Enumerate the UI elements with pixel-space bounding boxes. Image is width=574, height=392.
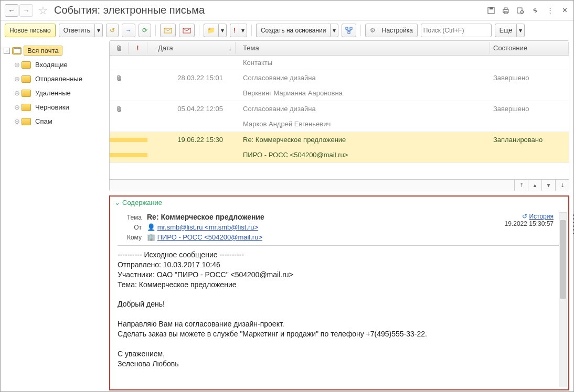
- history-icon: ↺: [522, 213, 527, 220]
- col-date[interactable]: Дата↓: [147, 42, 236, 54]
- table-row[interactable]: 28.03.22 15:01Согласование дизайнаЗаверш…: [110, 70, 569, 101]
- table-row[interactable]: 19.06.22 15:30Re: Коммерческое предложен…: [110, 132, 569, 163]
- reply-all-button[interactable]: ↺: [106, 24, 119, 37]
- search-input-wrap[interactable]: ×: [421, 24, 492, 37]
- preview-to[interactable]: ПИРО - РОСС <504200@mail.ru>: [157, 233, 262, 241]
- org-icon: 🏢: [147, 233, 155, 241]
- col-flag[interactable]: !: [129, 42, 147, 54]
- tree-item-deleted[interactable]: ⊕Удаленные: [13, 86, 107, 100]
- search-input[interactable]: [423, 27, 502, 34]
- forward-button[interactable]: →: [19, 4, 33, 17]
- contact-cell: ПИРО - РОСС <504200@mail.ru>: [236, 149, 490, 161]
- subject-cell: Согласование дизайна: [236, 72, 490, 84]
- preview-body: ---------- Исходное сообщение ----------…: [118, 250, 550, 369]
- preview-section-label: Содержание: [122, 199, 162, 206]
- collapse-icon[interactable]: −: [4, 48, 10, 54]
- tree-label: Черновики: [33, 102, 71, 112]
- state-cell: Завершено: [490, 103, 569, 115]
- create-based-button[interactable]: Создать на основании: [256, 24, 331, 37]
- tree-item-drafts[interactable]: ⊕Черновики: [13, 100, 107, 114]
- menu-dots-icon[interactable]: ⋮: [545, 6, 555, 15]
- settings-label: Настройка: [382, 27, 413, 34]
- settings-button[interactable]: ⚙ Настройка: [365, 24, 417, 37]
- structure-button[interactable]: [342, 24, 356, 37]
- flag-cell: [129, 107, 147, 111]
- history-link[interactable]: История: [529, 213, 554, 220]
- svg-rect-11: [348, 31, 350, 34]
- folder-icon: [22, 75, 31, 83]
- label-subject: Тема: [118, 214, 142, 221]
- favorite-star-icon[interactable]: ☆: [37, 5, 49, 16]
- expand-icon[interactable]: ⊕: [14, 89, 19, 97]
- svg-rect-9: [346, 27, 348, 29]
- importance-dropdown[interactable]: ▾: [239, 24, 247, 37]
- tree-label: Входящие: [33, 60, 70, 70]
- expand-icon[interactable]: ⊕: [14, 61, 19, 69]
- preview-icon[interactable]: [516, 6, 525, 15]
- preview-scrollbar[interactable]: [559, 212, 567, 387]
- grid-nav-up[interactable]: ▲: [528, 180, 541, 191]
- attach-cell: [110, 138, 129, 142]
- tree-item-spam[interactable]: ⊕Спам: [13, 114, 107, 128]
- folder-action-dropdown[interactable]: ▾: [218, 24, 227, 37]
- folder-action-button[interactable]: 📁: [204, 24, 218, 37]
- save-icon[interactable]: [486, 6, 496, 15]
- create-based-dropdown[interactable]: ▾: [330, 24, 338, 37]
- close-icon[interactable]: ✕: [560, 6, 569, 15]
- more-button[interactable]: Еще: [495, 24, 516, 37]
- expand-icon[interactable]: ⊕: [14, 103, 19, 111]
- subject-cell: Re: Коммерческое предложение: [236, 134, 490, 146]
- contact-cell: Марков Андрей Евгеньевич: [236, 118, 490, 130]
- chevron-down-icon[interactable]: ⌄: [114, 199, 120, 206]
- link-icon[interactable]: [530, 6, 540, 15]
- folder-icon: [22, 61, 31, 69]
- reply-button[interactable]: Ответить: [59, 24, 94, 37]
- tree-label: Удаленные: [33, 88, 73, 98]
- col-attach[interactable]: [110, 42, 129, 54]
- svg-rect-10: [350, 27, 352, 29]
- col-date-label: Дата: [158, 44, 173, 52]
- tree-label: Спам: [33, 116, 55, 126]
- svg-rect-3: [504, 8, 507, 9]
- state-cell: Завершено: [490, 72, 569, 84]
- importance-button[interactable]: !: [230, 24, 239, 37]
- sort-asc-icon: ↓: [229, 44, 232, 52]
- label-to: Кому: [118, 234, 142, 241]
- refresh-button[interactable]: ⟳: [139, 24, 151, 37]
- expand-icon[interactable]: ⊕: [14, 75, 19, 83]
- date-cell: 05.04.22 12:05: [147, 103, 236, 115]
- contact-cell: Верквинг Марианна Аароновна: [236, 87, 490, 99]
- date-cell: 28.03.22 15:01: [147, 72, 236, 84]
- expand-icon[interactable]: ⊕: [14, 117, 19, 125]
- state-cell: Запланировано: [490, 134, 569, 146]
- grid-nav-down[interactable]: ▼: [541, 180, 555, 191]
- receive-button[interactable]: [160, 24, 176, 37]
- send-button[interactable]: [179, 24, 195, 37]
- folder-icon: [22, 90, 31, 97]
- grid-nav-first[interactable]: ⤒: [514, 180, 528, 191]
- tree-root-all-mail[interactable]: − Вся почта: [3, 43, 107, 58]
- back-button[interactable]: ←: [5, 4, 18, 17]
- folder-icon: [22, 104, 31, 111]
- scroll-thumb[interactable]: [560, 220, 566, 299]
- folder-tree: − Вся почта ⊕Входящие ⊕Отправленные ⊕Уда…: [1, 40, 109, 390]
- tree-item-inbox[interactable]: ⊕Входящие: [13, 58, 107, 72]
- table-row[interactable]: 05.04.22 12:05Согласование дизайнаЗаверш…: [110, 101, 569, 132]
- new-mail-button[interactable]: Новое письмо: [5, 24, 56, 37]
- page-title: События: электронные письма: [54, 4, 486, 16]
- col-subject[interactable]: Тема: [236, 42, 490, 54]
- folder-mail-icon: [12, 47, 22, 55]
- print-icon[interactable]: [501, 6, 511, 15]
- label-from: От: [118, 224, 142, 231]
- preview-timestamp: 19.2022 15:30:57: [505, 220, 554, 227]
- more-dropdown[interactable]: ▾: [516, 24, 525, 37]
- preview-from[interactable]: mr.smb@list.ru <mr.smb@list.ru>: [157, 223, 259, 231]
- col-state[interactable]: Состояние: [490, 42, 569, 54]
- grid-nav-last[interactable]: ⤓: [555, 180, 569, 191]
- tree-item-sent[interactable]: ⊕Отправленные: [13, 72, 107, 86]
- folder-icon: [22, 118, 31, 125]
- divider: [118, 245, 561, 246]
- forward-mail-button[interactable]: →: [122, 24, 135, 37]
- contact-icon: 👤: [147, 223, 155, 231]
- reply-dropdown[interactable]: ▾: [94, 24, 103, 37]
